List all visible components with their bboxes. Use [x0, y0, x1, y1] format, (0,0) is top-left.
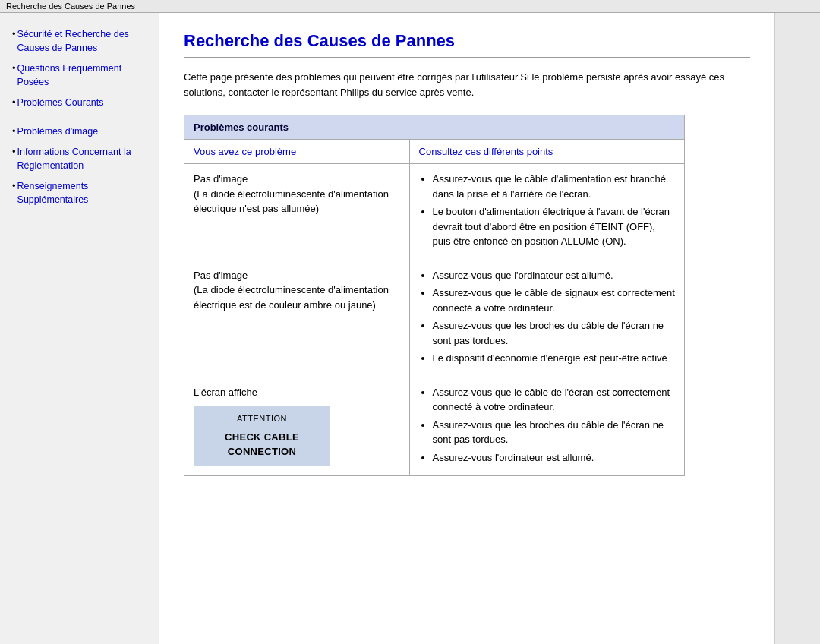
- bullet-3: •: [12, 125, 16, 137]
- solution-item-1-2: Assurez-vous que les broches du câble de…: [433, 318, 675, 348]
- solution-list-2: Assurez-vous que le câble de l'écran est…: [419, 385, 675, 466]
- problem-cell-0: Pas d'image(La diode électroluminescente…: [184, 164, 410, 260]
- problem-text-1-0: Pas d'image: [194, 270, 248, 281]
- problem-cell-2: L'écran afficheATTENTIONCHECK CABLE CONN…: [184, 377, 410, 476]
- solution-list-1: Assurez-vous que l'ordinateur est allumé…: [419, 268, 675, 366]
- main-content: Recherche des Causes de Pannes Cette pag…: [159, 13, 774, 644]
- problem-text-1-1: (La diode électroluminescente d'alimenta…: [194, 284, 389, 311]
- solution-cell-0: Assurez-vous que le câble d'alimentation…: [409, 164, 684, 260]
- link-securite[interactable]: Sécurité et Recherche des Causes de Pann…: [17, 28, 150, 55]
- table-row: Pas d'image(La diode électroluminescente…: [184, 164, 685, 260]
- solution-item-2-1: Assurez-vous que les broches du câble de…: [433, 418, 675, 447]
- title-bar: Recherche des Causes de Pannes: [0, 0, 820, 13]
- link-problemes-image[interactable]: Problèmes d'image: [17, 125, 99, 139]
- problem-cell-1: Pas d'image(La diode électroluminescente…: [184, 260, 410, 377]
- sidebar-nav: • Sécurité et Recherche des Causes de Pa…: [12, 28, 150, 210]
- solution-item-1-0: Assurez-vous que l'ordinateur est allumé…: [433, 268, 675, 283]
- solution-list-0: Assurez-vous que le câble d'alimentation…: [419, 172, 675, 249]
- solution-cell-1: Assurez-vous que l'ordinateur est allumé…: [409, 260, 684, 377]
- solution-cell-2: Assurez-vous que le câble de l'écran est…: [409, 377, 684, 476]
- bullet-1: •: [12, 62, 16, 74]
- bullet-5: •: [12, 180, 16, 191]
- link-renseignements[interactable]: Renseignements Supplémentaires: [17, 180, 150, 207]
- title-bar-text: Recherche des Causes de Pannes: [6, 2, 135, 11]
- table-section-header: Problèmes courants: [184, 115, 685, 140]
- solution-item-1-3: Le dispositif d'économie d'énergie est p…: [433, 351, 675, 366]
- sidebar: • Sécurité et Recherche des Causes de Pa…: [0, 13, 159, 644]
- bullet-2: •: [12, 96, 16, 108]
- link-informations[interactable]: Informations Concernant la Réglementatio…: [17, 146, 150, 172]
- problem-text-0-1: (La diode électroluminescente d'alimenta…: [194, 188, 389, 215]
- bullet-0: •: [12, 28, 16, 39]
- table-row: L'écran afficheATTENTIONCHECK CABLE CONN…: [184, 377, 685, 476]
- problem-text-2-0: L'écran affiche: [194, 387, 257, 398]
- table-row: Pas d'image(La diode électroluminescente…: [184, 260, 685, 377]
- solution-item-2-2: Assurez-vous l'ordinateur est allumé.: [433, 450, 675, 466]
- intro-text: Cette page présente des problèmes qui pe…: [184, 70, 750, 99]
- attention-message: CHECK CABLE CONNECTION: [202, 430, 322, 459]
- col-header-solution: Consultez ces différents points: [409, 140, 684, 164]
- solution-item-1-1: Assurez-vous que le câble de signaux est…: [433, 286, 675, 315]
- attention-label: ATTENTION: [202, 412, 322, 425]
- right-column: [774, 13, 820, 644]
- attention-box: ATTENTIONCHECK CABLE CONNECTION: [194, 406, 330, 466]
- solution-item-0-0: Assurez-vous que le câble d'alimentation…: [433, 172, 675, 201]
- page-title: Recherche des Causes de Pannes: [184, 31, 750, 51]
- col-header-problem: Vous avez ce problème: [184, 140, 410, 164]
- title-divider: [184, 57, 750, 58]
- solution-item-2-0: Assurez-vous que le câble de l'écran est…: [433, 385, 675, 415]
- link-problemes-courants[interactable]: Problèmes Courants: [17, 96, 104, 110]
- problem-text-0-0: Pas d'image: [194, 173, 248, 185]
- link-questions[interactable]: Questions Fréquemment Posées: [17, 62, 150, 89]
- solution-item-0-1: Le bouton d'alimentation électrique à l'…: [433, 204, 675, 249]
- bullet-4: •: [12, 146, 16, 157]
- problems-table: Problèmes courants Vous avez ce problème…: [184, 115, 685, 476]
